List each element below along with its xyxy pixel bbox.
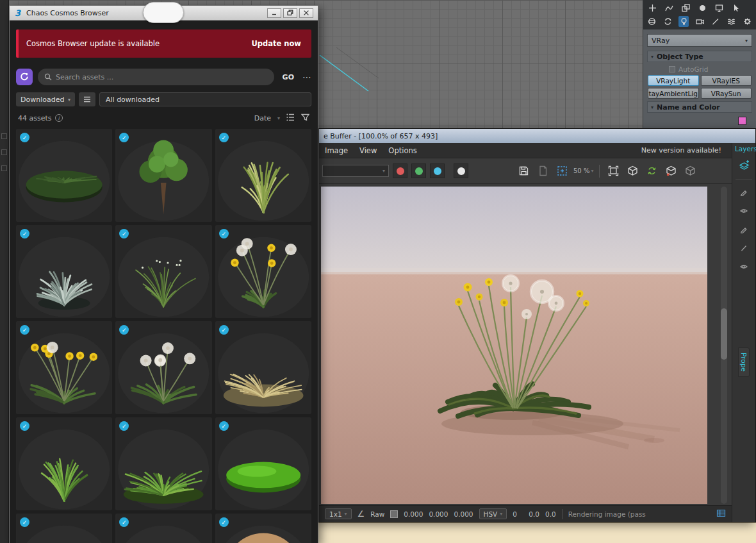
category-dropdown-value: All downloaded [106, 96, 160, 104]
stamp-grid-icon[interactable] [716, 509, 726, 519]
asset-thumbnail [16, 225, 112, 318]
vraylight-button[interactable]: VRayLight [648, 75, 699, 86]
curve-icon[interactable] [664, 3, 675, 13]
rollout-object-type[interactable]: ▾ Object Type [647, 51, 752, 62]
save-image-icon[interactable] [516, 163, 531, 179]
render-icon[interactable] [682, 163, 698, 179]
update-now-button[interactable]: Update now [251, 39, 311, 48]
list-view-icon[interactable] [286, 113, 295, 123]
region-render-icon[interactable] [554, 163, 570, 179]
pixel-aspect-dropdown[interactable]: 1x1 ▾ [325, 508, 352, 519]
more-options-icon[interactable]: ⋯ [302, 72, 311, 82]
camera-icon[interactable] [694, 16, 705, 27]
vrayambientlight-button[interactable]: tayAmbientLig [648, 88, 699, 99]
compare-frame-icon[interactable] [605, 163, 621, 179]
asset-card[interactable]: ✓ [16, 129, 112, 222]
stop-render-icon[interactable] [663, 163, 678, 179]
vertical-scrollbar[interactable] [721, 187, 727, 504]
vrayies-button[interactable]: VRayIES [701, 75, 752, 86]
asset-card[interactable]: ✓ [115, 514, 211, 543]
asset-card[interactable]: ✓ [215, 225, 311, 318]
plus-icon[interactable] [647, 3, 658, 13]
blue-channel-toggle[interactable] [430, 163, 445, 178]
close-button[interactable] [299, 8, 313, 18]
curve-tool-icon[interactable] [740, 242, 748, 255]
chevron-down-icon: ▾ [591, 168, 593, 174]
interactive-render-icon[interactable] [644, 163, 659, 179]
renderer-dropdown[interactable]: VRay ▾ [647, 34, 752, 47]
asset-card[interactable]: ✓ [16, 514, 112, 543]
left-toolbar-icon[interactable] [1, 149, 7, 155]
search-input[interactable] [56, 73, 268, 81]
rollout-name-and-color[interactable]: ▾ Name and Color [647, 101, 752, 113]
vfb-title-bar[interactable]: e Buffer - [100.0% of 657 x 493] [319, 129, 755, 143]
object-color-swatch[interactable] [738, 117, 746, 125]
red-channel-toggle[interactable] [393, 163, 407, 178]
minimize-button[interactable] [267, 8, 281, 18]
left-toolbar-icon[interactable] [1, 165, 7, 171]
visibility-eye-icon[interactable] [740, 205, 748, 217]
visibility-eye-icon[interactable] [740, 261, 748, 273]
helpers-icon[interactable] [711, 16, 721, 27]
info-icon[interactable]: i [55, 114, 63, 122]
category-menu-button[interactable] [79, 92, 95, 106]
edit-layer-icon[interactable] [740, 224, 748, 236]
cascade-icon[interactable] [680, 3, 691, 13]
load-image-icon[interactable] [535, 163, 550, 179]
asset-card[interactable]: ✓ [215, 129, 311, 222]
display-icon[interactable] [714, 3, 725, 13]
desktop: VRay ▾ ▾ Object Type AutoGrid VRayLight … [0, 0, 756, 543]
angle-picker-icon[interactable]: ∠ [357, 509, 365, 519]
menu-options[interactable]: Options [382, 146, 422, 155]
window-drag-handle[interactable] [143, 2, 184, 23]
asset-card[interactable]: ✓ [115, 417, 211, 510]
asset-card[interactable]: ✓ [16, 225, 112, 318]
asset-card[interactable]: ✓ [115, 129, 211, 222]
properties-panel-tab[interactable]: Prope [738, 347, 750, 377]
spacewarps-icon[interactable] [727, 16, 737, 27]
asset-card[interactable]: ✓ [16, 321, 112, 414]
downloaded-filter-dropdown[interactable]: Downloaded ▾ [16, 92, 75, 106]
edit-layer-icon[interactable] [740, 187, 748, 199]
value-value: 0.0 [545, 510, 556, 518]
asset-card[interactable]: ✓ [215, 321, 311, 414]
lights-icon[interactable] [678, 16, 689, 27]
left-toolbar-icon[interactable] [1, 133, 7, 139]
chevron-down-icon: ▾ [277, 115, 280, 121]
gear-icon[interactable] [742, 16, 752, 27]
cursor-icon[interactable] [730, 3, 741, 13]
add-layer-icon[interactable] [738, 159, 750, 174]
rendered-image[interactable] [321, 187, 707, 504]
autogrid-checkbox[interactable] [669, 66, 675, 72]
asset-card[interactable]: ✓ [115, 225, 211, 318]
new-version-notice[interactable]: New version available! [641, 146, 732, 155]
asset-card[interactable]: ✓ [215, 417, 311, 510]
zoom-level[interactable]: 50 % ▾ [573, 167, 593, 174]
rgb-channel-toggle[interactable] [454, 163, 468, 178]
menu-view[interactable]: View [354, 146, 382, 155]
circle-icon[interactable] [697, 3, 708, 13]
menu-image[interactable]: Image [319, 146, 354, 155]
search-go-button[interactable]: GO [279, 71, 297, 83]
geometry-sphere-icon[interactable] [647, 16, 657, 27]
downloaded-filter-value: Downloaded [21, 96, 64, 104]
update-banner: Cosmos Browser update is available Updat… [16, 29, 311, 58]
hsv-dropdown[interactable]: HSV ▾ [479, 508, 507, 519]
render-image [321, 187, 707, 504]
shapes-icon[interactable] [663, 16, 673, 27]
green-channel-toggle[interactable] [411, 163, 426, 178]
saturation-value: 0.0 [529, 510, 539, 518]
filter-funnel-icon[interactable] [301, 113, 309, 123]
maximize-button[interactable] [283, 8, 297, 18]
asset-card[interactable]: ✓ [215, 514, 311, 543]
vraysun-button[interactable]: VRaySun [701, 88, 752, 99]
cosmos-title-bar[interactable]: 3 Chaos Cosmos Browser [10, 6, 318, 21]
category-dropdown[interactable]: All downloaded [99, 92, 311, 106]
asset-card[interactable]: ✓ [115, 321, 211, 414]
channel-dropdown[interactable]: ▾ [322, 165, 389, 177]
sort-by-label[interactable]: Date [254, 114, 271, 122]
render-last-icon[interactable] [625, 163, 640, 179]
asset-thumbnail [215, 514, 311, 543]
scrollbar-handle[interactable] [721, 308, 727, 360]
asset-card[interactable]: ✓ [16, 417, 112, 510]
